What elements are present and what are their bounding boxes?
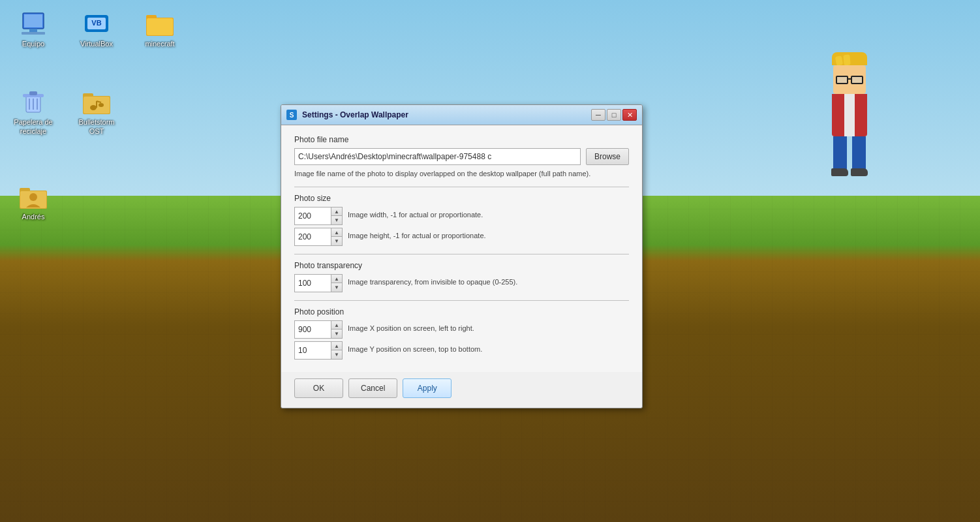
close-button[interactable]: ✕ (622, 109, 637, 121)
recycle-bin-icon (20, 88, 47, 115)
papelera-label: Papelera de reciclaje (10, 117, 57, 136)
photo-width-help: Image width, -1 for actual or proportion… (348, 210, 483, 220)
svg-point-27 (29, 193, 37, 201)
svg-point-23 (99, 103, 104, 107)
minecraft-folder-icon (146, 10, 174, 37)
photo-file-row: Browse (294, 148, 629, 165)
dialog-window-controls: ─ □ ✕ (591, 109, 637, 121)
svg-rect-2 (29, 29, 37, 32)
photo-height-spinner: ▲ ▼ (294, 228, 343, 246)
photo-height-input[interactable] (295, 228, 331, 245)
desktop-icon-bulletstorm[interactable]: Bulletstorm OST (73, 88, 120, 136)
photo-transparency-spinner: ▲ ▼ (294, 274, 343, 292)
x-down-arrow[interactable]: ▼ (331, 330, 342, 338)
desktop-icon-virtualbox[interactable]: VB VirtualBox (73, 10, 120, 48)
height-down-arrow[interactable]: ▼ (331, 237, 342, 245)
width-up-arrow[interactable]: ▲ (331, 207, 342, 216)
height-up-arrow[interactable]: ▲ (331, 228, 342, 237)
y-arrows: ▲ ▼ (331, 342, 342, 359)
equipo-label: Equipo (22, 39, 44, 48)
photo-transparency-row: ▲ ▼ Image transparency, from invisible t… (294, 274, 629, 292)
photo-x-spinner: ▲ ▼ (294, 320, 343, 339)
width-arrows: ▲ ▼ (331, 207, 342, 224)
minecraft-folder-label: minecraft (145, 39, 174, 48)
y-down-arrow[interactable]: ▼ (331, 350, 342, 359)
virtualbox-icon: VB (83, 10, 110, 37)
photo-y-spinner: ▲ ▼ (294, 341, 343, 360)
svg-rect-1 (24, 14, 42, 27)
dialog-title: Settings - Overlap Wallpaper (302, 110, 591, 119)
browse-button[interactable]: Browse (586, 148, 629, 165)
bulletstorm-label: Bulletstorm OST (73, 117, 120, 136)
restore-button[interactable]: □ (607, 109, 621, 121)
transparency-down-arrow[interactable]: ▼ (331, 283, 342, 292)
dialog-footer: OK Cancel Apply (281, 372, 642, 408)
photo-file-section-label: Photo file name (294, 135, 629, 144)
x-up-arrow[interactable]: ▲ (331, 321, 342, 330)
minimize-button[interactable]: ─ (591, 109, 605, 121)
divider-2 (294, 254, 629, 254)
height-arrows: ▲ ▼ (331, 228, 342, 245)
settings-dialog: S Settings - Overlap Wallpaper ─ □ ✕ Pho… (281, 104, 643, 408)
andres-label: Andrés (22, 212, 45, 221)
dialog-body: Photo file name Browse Image file name o… (281, 125, 642, 372)
photo-width-row: ▲ ▼ Image width, -1 for actual or propor… (294, 207, 629, 225)
transparency-up-arrow[interactable]: ▲ (331, 275, 342, 283)
divider-3 (294, 300, 629, 301)
photo-file-input[interactable] (294, 148, 581, 165)
svg-point-20 (90, 105, 97, 110)
svg-text:VB: VB (91, 19, 101, 27)
apply-button[interactable]: Apply (403, 378, 452, 398)
desktop-icon-papelera[interactable]: Papelera de reciclaje (10, 88, 57, 136)
desktop-icons-row2: Papelera de reciclaje Bulletstorm OST (10, 88, 120, 136)
svg-rect-10 (147, 18, 173, 35)
photo-y-row: ▲ ▼ Image Y position on screen, top to b… (294, 341, 629, 360)
photo-width-spinner: ▲ ▼ (294, 207, 343, 225)
photo-x-help: Image X position on screen, left to righ… (348, 324, 474, 333)
photo-transparency-section-label: Photo transparency (294, 261, 629, 270)
width-down-arrow[interactable]: ▼ (331, 216, 342, 224)
transparency-arrows: ▲ ▼ (331, 275, 342, 292)
ok-button[interactable]: OK (294, 378, 343, 398)
photo-position-section-label: Photo position (294, 307, 629, 316)
photo-width-input[interactable] (295, 207, 331, 224)
photo-x-input[interactable] (295, 321, 331, 338)
user-folder-icon (20, 183, 47, 210)
y-up-arrow[interactable]: ▲ (331, 342, 342, 350)
svg-rect-13 (29, 91, 37, 95)
desktop-icon-andres[interactable]: Andrés (10, 183, 57, 221)
photo-transparency-input[interactable] (295, 275, 331, 292)
photo-x-row: ▲ ▼ Image X position on screen, left to … (294, 320, 629, 339)
photo-y-input[interactable] (295, 342, 331, 359)
photo-file-help: Image file name of the photo to display … (294, 169, 629, 179)
photo-size-section-label: Photo size (294, 194, 629, 203)
desktop: Equipo VB VirtualBox minecr (0, 0, 980, 522)
photo-height-row: ▲ ▼ Image height, -1 for actual or propo… (294, 228, 629, 246)
photo-height-help: Image height, -1 for actual or proportio… (348, 231, 486, 241)
desktop-character (823, 52, 876, 183)
virtualbox-label: VirtualBox (80, 39, 113, 48)
dialog-title-icon: S (286, 110, 297, 120)
cancel-button[interactable]: Cancel (348, 378, 397, 398)
desktop-icons-row1: Equipo VB VirtualBox minecr (10, 10, 183, 48)
bulletstorm-folder-icon (83, 88, 110, 115)
desktop-icon-equipo[interactable]: Equipo (10, 10, 57, 48)
divider-1 (294, 187, 629, 187)
svg-rect-4 (22, 32, 45, 35)
desktop-icon-minecraft[interactable]: minecraft (136, 10, 183, 48)
equipo-icon (20, 10, 47, 37)
x-arrows: ▲ ▼ (331, 321, 342, 338)
dialog-titlebar: S Settings - Overlap Wallpaper ─ □ ✕ (281, 105, 642, 125)
desktop-icons-row3: Andrés (10, 183, 57, 221)
photo-transparency-help: Image transparency, from invisible to op… (348, 277, 517, 287)
photo-y-help: Image Y position on screen, top to botto… (348, 345, 482, 354)
